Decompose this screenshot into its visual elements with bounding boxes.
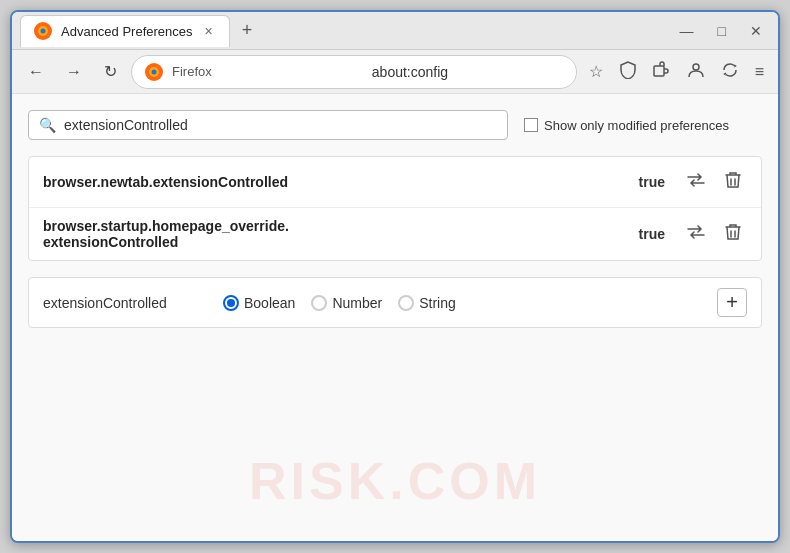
radio-string-circle [398, 295, 414, 311]
puzzle-icon [653, 61, 671, 79]
tab-strip: Advanced Preferences × + [20, 15, 668, 47]
svg-point-7 [693, 64, 699, 70]
radio-number[interactable]: Number [311, 295, 382, 311]
back-button[interactable]: ← [20, 57, 52, 87]
toggle-button-2[interactable] [681, 221, 711, 247]
menu-button[interactable]: ≡ [749, 59, 770, 85]
sync-icon [721, 61, 739, 79]
window-controls: — □ ✕ [672, 19, 770, 43]
type-radio-group: Boolean Number String [223, 295, 456, 311]
title-bar: Advanced Preferences × + — □ ✕ [12, 12, 778, 50]
forward-button[interactable]: → [58, 57, 90, 87]
delete-button-1[interactable] [719, 167, 747, 197]
new-pref-name: extensionControlled [43, 295, 203, 311]
address-bar[interactable]: Firefox about:config [131, 55, 577, 89]
delete-button-2[interactable] [719, 219, 747, 249]
row-actions-1 [681, 167, 747, 197]
close-button[interactable]: ✕ [742, 19, 770, 43]
row-actions-2 [681, 219, 747, 249]
pref-value-2: true [639, 226, 665, 242]
active-tab[interactable]: Advanced Preferences × [20, 15, 230, 47]
svg-point-5 [152, 69, 157, 74]
account-icon [687, 61, 705, 79]
toggle-button-1[interactable] [681, 169, 711, 195]
shield-icon [619, 61, 637, 79]
minimize-button[interactable]: — [672, 19, 702, 43]
table-row: browser.newtab.extensionControlled true [29, 157, 761, 208]
radio-boolean[interactable]: Boolean [223, 295, 295, 311]
radio-boolean-label: Boolean [244, 295, 295, 311]
trash-icon [725, 171, 741, 189]
toggle-icon-2 [687, 225, 705, 239]
table-row: browser.startup.homepage_override. exten… [29, 208, 761, 260]
account-button[interactable] [681, 57, 711, 87]
sync-button[interactable] [715, 57, 745, 87]
watermark: RISK.COM [249, 451, 541, 511]
browser-name: Firefox [172, 64, 364, 79]
search-input-wrapper: 🔍 [28, 110, 508, 140]
radio-number-circle [311, 295, 327, 311]
radio-boolean-circle [223, 295, 239, 311]
toggle-icon [687, 173, 705, 187]
add-pref-button[interactable]: + [717, 288, 747, 317]
search-input[interactable] [64, 117, 497, 133]
show-modified-checkbox[interactable] [524, 118, 538, 132]
browser-logo [144, 62, 164, 82]
url-text: about:config [372, 64, 564, 80]
show-modified-text: Show only modified preferences [544, 118, 729, 133]
show-modified-label[interactable]: Show only modified preferences [524, 118, 729, 133]
tab-favicon [33, 21, 53, 41]
maximize-button[interactable]: □ [710, 19, 734, 43]
reload-button[interactable]: ↻ [96, 56, 125, 87]
search-bar: 🔍 Show only modified preferences [28, 110, 762, 140]
add-pref-row: extensionControlled Boolean Number Strin… [28, 277, 762, 328]
results-table: browser.newtab.extensionControlled true [28, 156, 762, 261]
pref-value-1: true [639, 174, 665, 190]
svg-rect-6 [654, 66, 664, 76]
new-tab-button[interactable]: + [234, 16, 261, 45]
radio-string[interactable]: String [398, 295, 456, 311]
tab-close-button[interactable]: × [201, 21, 217, 41]
pref-name-2: browser.startup.homepage_override. exten… [43, 218, 639, 250]
nav-icon-group: ☆ [583, 57, 770, 87]
shield-button[interactable] [613, 57, 643, 87]
radio-string-label: String [419, 295, 456, 311]
nav-bar: ← → ↻ Firefox about:config ☆ [12, 50, 778, 94]
search-icon: 🔍 [39, 117, 56, 133]
browser-window: Advanced Preferences × + — □ ✕ ← → ↻ Fir… [10, 10, 780, 543]
svg-point-2 [41, 29, 46, 34]
pref-name-1: browser.newtab.extensionControlled [43, 174, 639, 190]
extension-button[interactable] [647, 57, 677, 87]
tab-title: Advanced Preferences [61, 24, 193, 39]
radio-number-label: Number [332, 295, 382, 311]
bookmark-button[interactable]: ☆ [583, 58, 609, 85]
trash-icon-2 [725, 223, 741, 241]
content-area: RISK.COM 🔍 Show only modified preference… [12, 94, 778, 541]
